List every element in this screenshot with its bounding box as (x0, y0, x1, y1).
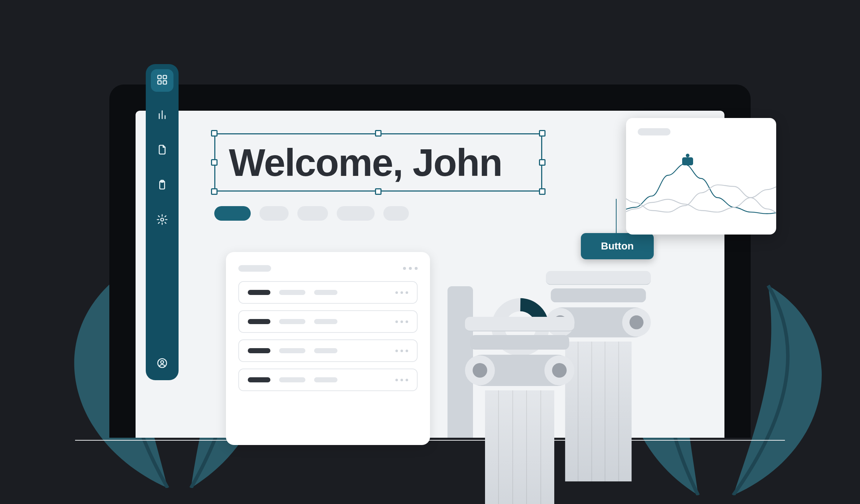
sidebar-item-analytics[interactable] (151, 104, 173, 127)
resize-handle-nw[interactable] (211, 130, 218, 137)
resize-handle-e[interactable] (539, 159, 546, 166)
svg-point-8 (161, 361, 164, 363)
list-row[interactable] (238, 310, 418, 333)
cell-placeholder (279, 290, 305, 295)
row-more-button[interactable] (395, 379, 408, 381)
selection-box (214, 133, 542, 192)
cell-placeholder (248, 290, 270, 295)
svg-rect-0 (158, 75, 161, 79)
tab-bar (214, 206, 409, 221)
sidebar-item-account[interactable] (151, 353, 173, 375)
tab-1[interactable] (214, 206, 251, 221)
file-icon (156, 144, 168, 157)
grid-icon (156, 74, 168, 87)
list-row[interactable] (238, 339, 418, 362)
gear-icon (156, 214, 168, 227)
resize-handle-w[interactable] (211, 159, 218, 166)
cell-placeholder (248, 319, 270, 324)
svg-point-6 (161, 218, 164, 221)
cta-button[interactable]: Button (581, 233, 654, 259)
svg-rect-1 (163, 75, 167, 79)
cell-placeholder (314, 377, 337, 382)
sidebar (146, 64, 179, 380)
cell-placeholder (314, 319, 337, 324)
resize-handle-sw[interactable] (211, 188, 218, 195)
column-illustration-front (465, 317, 574, 504)
cell-placeholder (279, 348, 305, 353)
list-more-button[interactable] (403, 267, 418, 270)
bar-chart-icon (156, 109, 168, 122)
row-more-button[interactable] (395, 350, 408, 352)
resize-handle-s[interactable] (375, 188, 382, 195)
row-more-button[interactable] (395, 320, 408, 323)
page-title-selection[interactable]: Welcome, John (214, 133, 542, 192)
desk-baseline (75, 440, 785, 441)
cell-placeholder (279, 377, 305, 382)
resize-handle-ne[interactable] (539, 130, 546, 137)
tab-5[interactable] (383, 206, 409, 221)
svg-rect-2 (158, 81, 161, 84)
user-circle-icon (156, 357, 168, 370)
line-chart (626, 154, 776, 235)
cell-placeholder (314, 290, 337, 295)
svg-rect-3 (163, 81, 167, 84)
cell-placeholder (248, 348, 270, 353)
tab-2[interactable] (259, 206, 289, 221)
cta-connector-line (616, 199, 617, 233)
sidebar-item-settings[interactable] (151, 209, 173, 232)
sidebar-item-documents[interactable] (151, 139, 173, 162)
tab-3[interactable] (297, 206, 328, 221)
cell-placeholder (248, 377, 270, 382)
row-more-button[interactable] (395, 291, 408, 294)
tab-4[interactable] (337, 206, 375, 221)
resize-handle-n[interactable] (375, 130, 382, 137)
list-row[interactable] (238, 369, 418, 391)
list-row[interactable] (238, 281, 418, 304)
cell-placeholder (314, 348, 337, 353)
list-card (226, 252, 430, 445)
list-title-placeholder (238, 265, 271, 272)
sidebar-item-dashboard[interactable] (151, 69, 173, 92)
cell-placeholder (279, 319, 305, 324)
chart-title-placeholder (638, 128, 671, 135)
chart-card (626, 118, 776, 235)
clipboard-icon (156, 179, 168, 192)
cta-button-label: Button (601, 240, 634, 252)
resize-handle-se[interactable] (539, 188, 546, 195)
sidebar-item-clipboard[interactable] (151, 174, 173, 197)
